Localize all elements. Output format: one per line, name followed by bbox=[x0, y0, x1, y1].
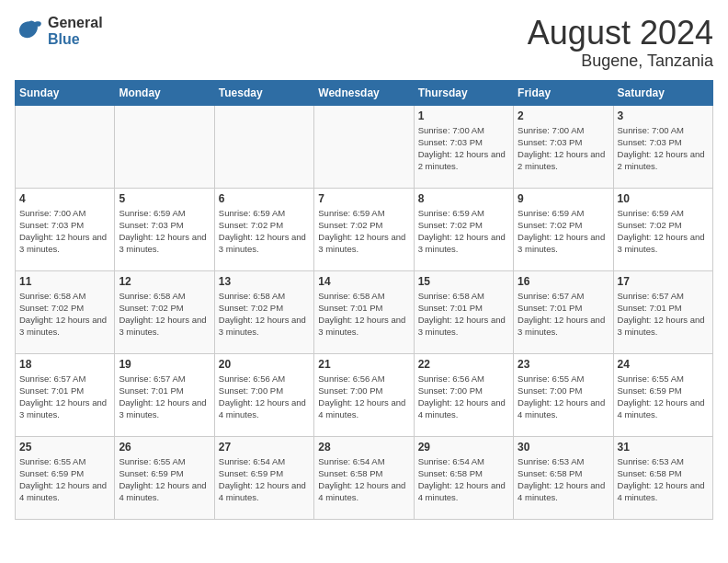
calendar-cell: 17Sunrise: 6:57 AMSunset: 7:01 PMDayligh… bbox=[613, 270, 712, 353]
day-info: Sunrise: 6:55 AMSunset: 6:59 PMDaylight:… bbox=[19, 455, 110, 504]
calendar-cell: 27Sunrise: 6:54 AMSunset: 6:59 PMDayligh… bbox=[214, 436, 313, 519]
day-number: 16 bbox=[518, 275, 609, 288]
calendar-cell: 5Sunrise: 6:59 AMSunset: 7:03 PMDaylight… bbox=[115, 188, 214, 270]
day-info: Sunrise: 6:55 AMSunset: 6:59 PMDaylight:… bbox=[618, 373, 709, 421]
weekday-header-monday: Monday bbox=[115, 80, 214, 105]
day-info: Sunrise: 6:54 AMSunset: 6:58 PMDaylight:… bbox=[418, 455, 509, 504]
day-info: Sunrise: 7:00 AMSunset: 7:03 PMDaylight:… bbox=[618, 124, 709, 173]
day-info: Sunrise: 6:58 AMSunset: 7:02 PMDaylight:… bbox=[19, 290, 110, 339]
calendar-cell: 11Sunrise: 6:58 AMSunset: 7:02 PMDayligh… bbox=[16, 270, 115, 353]
calendar-cell: 23Sunrise: 6:55 AMSunset: 7:00 PMDayligh… bbox=[514, 353, 613, 436]
day-info: Sunrise: 6:59 AMSunset: 7:02 PMDaylight:… bbox=[518, 207, 609, 256]
title-block: August 2024 Bugene, Tanzania bbox=[528, 15, 713, 71]
day-number: 20 bbox=[219, 358, 310, 371]
logo-line2: Blue bbox=[48, 31, 103, 48]
calendar-subtitle: Bugene, Tanzania bbox=[528, 52, 713, 71]
day-number: 15 bbox=[418, 275, 509, 288]
day-number: 1 bbox=[418, 109, 509, 122]
day-info: Sunrise: 6:57 AMSunset: 7:01 PMDaylight:… bbox=[618, 290, 709, 339]
calendar-cell: 20Sunrise: 6:56 AMSunset: 7:00 PMDayligh… bbox=[214, 353, 313, 436]
day-info: Sunrise: 6:58 AMSunset: 7:02 PMDaylight:… bbox=[119, 290, 210, 339]
calendar-cell: 19Sunrise: 6:57 AMSunset: 7:01 PMDayligh… bbox=[115, 353, 214, 436]
day-info: Sunrise: 7:00 AMSunset: 7:03 PMDaylight:… bbox=[518, 124, 609, 173]
day-info: Sunrise: 6:59 AMSunset: 7:03 PMDaylight:… bbox=[119, 207, 210, 256]
day-number: 17 bbox=[618, 275, 709, 288]
calendar-cell: 18Sunrise: 6:57 AMSunset: 7:01 PMDayligh… bbox=[16, 353, 115, 436]
calendar-week-3: 11Sunrise: 6:58 AMSunset: 7:02 PMDayligh… bbox=[16, 270, 713, 353]
calendar-cell bbox=[16, 105, 115, 188]
day-number: 2 bbox=[518, 109, 609, 122]
calendar-cell: 4Sunrise: 7:00 AMSunset: 7:03 PMDaylight… bbox=[16, 188, 115, 270]
day-number: 29 bbox=[418, 441, 509, 454]
day-info: Sunrise: 7:00 AMSunset: 7:03 PMDaylight:… bbox=[19, 207, 110, 256]
calendar-cell: 7Sunrise: 6:59 AMSunset: 7:02 PMDaylight… bbox=[314, 188, 414, 270]
calendar-cell: 25Sunrise: 6:55 AMSunset: 6:59 PMDayligh… bbox=[16, 436, 115, 519]
calendar-week-2: 4Sunrise: 7:00 AMSunset: 7:03 PMDaylight… bbox=[16, 188, 713, 270]
calendar-cell: 10Sunrise: 6:59 AMSunset: 7:02 PMDayligh… bbox=[613, 188, 712, 270]
calendar-cell: 13Sunrise: 6:58 AMSunset: 7:02 PMDayligh… bbox=[214, 270, 313, 353]
day-info: Sunrise: 6:58 AMSunset: 7:01 PMDaylight:… bbox=[418, 290, 509, 339]
logo-line1: General bbox=[48, 15, 103, 31]
day-info: Sunrise: 6:59 AMSunset: 7:02 PMDaylight:… bbox=[318, 207, 409, 256]
day-number: 19 bbox=[119, 358, 210, 371]
day-number: 10 bbox=[618, 192, 709, 205]
day-info: Sunrise: 6:56 AMSunset: 7:00 PMDaylight:… bbox=[318, 373, 409, 421]
calendar-cell: 16Sunrise: 6:57 AMSunset: 7:01 PMDayligh… bbox=[514, 270, 613, 353]
weekday-header-thursday: Thursday bbox=[414, 80, 513, 105]
weekday-header-friday: Friday bbox=[514, 80, 613, 105]
day-info: Sunrise: 6:53 AMSunset: 6:58 PMDaylight:… bbox=[518, 455, 609, 504]
day-number: 26 bbox=[119, 441, 210, 454]
day-number: 30 bbox=[518, 441, 609, 454]
calendar-cell: 24Sunrise: 6:55 AMSunset: 6:59 PMDayligh… bbox=[613, 353, 712, 436]
day-info: Sunrise: 6:56 AMSunset: 7:00 PMDaylight:… bbox=[418, 373, 509, 421]
calendar-cell: 28Sunrise: 6:54 AMSunset: 6:58 PMDayligh… bbox=[314, 436, 414, 519]
page-header: General Blue August 2024 Bugene, Tanzani… bbox=[15, 15, 713, 71]
day-number: 14 bbox=[318, 275, 409, 288]
day-info: Sunrise: 6:59 AMSunset: 7:02 PMDaylight:… bbox=[418, 207, 509, 256]
day-number: 18 bbox=[19, 358, 110, 371]
day-info: Sunrise: 6:58 AMSunset: 7:02 PMDaylight:… bbox=[219, 290, 310, 339]
calendar-cell: 1Sunrise: 7:00 AMSunset: 7:03 PMDaylight… bbox=[414, 105, 513, 188]
day-number: 3 bbox=[618, 109, 709, 122]
day-number: 7 bbox=[318, 192, 409, 205]
day-info: Sunrise: 6:59 AMSunset: 7:02 PMDaylight:… bbox=[618, 207, 709, 256]
day-number: 22 bbox=[418, 358, 509, 371]
day-number: 4 bbox=[19, 192, 110, 205]
calendar-cell: 29Sunrise: 6:54 AMSunset: 6:58 PMDayligh… bbox=[414, 436, 513, 519]
day-info: Sunrise: 7:00 AMSunset: 7:03 PMDaylight:… bbox=[418, 124, 509, 173]
day-info: Sunrise: 6:57 AMSunset: 7:01 PMDaylight:… bbox=[518, 290, 609, 339]
weekday-header-wednesday: Wednesday bbox=[314, 80, 414, 105]
calendar-cell: 21Sunrise: 6:56 AMSunset: 7:00 PMDayligh… bbox=[314, 353, 414, 436]
calendar-week-5: 25Sunrise: 6:55 AMSunset: 6:59 PMDayligh… bbox=[16, 436, 713, 519]
calendar-cell bbox=[115, 105, 214, 188]
calendar-cell: 22Sunrise: 6:56 AMSunset: 7:00 PMDayligh… bbox=[414, 353, 513, 436]
logo-icon bbox=[15, 17, 44, 46]
day-number: 5 bbox=[119, 192, 210, 205]
weekday-header-saturday: Saturday bbox=[613, 80, 712, 105]
calendar-cell: 14Sunrise: 6:58 AMSunset: 7:01 PMDayligh… bbox=[314, 270, 414, 353]
day-number: 11 bbox=[19, 275, 110, 288]
day-number: 25 bbox=[19, 441, 110, 454]
calendar-cell: 26Sunrise: 6:55 AMSunset: 6:59 PMDayligh… bbox=[115, 436, 214, 519]
calendar-title: August 2024 bbox=[528, 15, 713, 52]
day-number: 13 bbox=[219, 275, 310, 288]
calendar-cell: 3Sunrise: 7:00 AMSunset: 7:03 PMDaylight… bbox=[613, 105, 712, 188]
day-number: 9 bbox=[518, 192, 609, 205]
calendar-week-4: 18Sunrise: 6:57 AMSunset: 7:01 PMDayligh… bbox=[16, 353, 713, 436]
day-info: Sunrise: 6:58 AMSunset: 7:01 PMDaylight:… bbox=[318, 290, 409, 339]
day-info: Sunrise: 6:55 AMSunset: 6:59 PMDaylight:… bbox=[119, 455, 210, 504]
day-info: Sunrise: 6:59 AMSunset: 7:02 PMDaylight:… bbox=[219, 207, 310, 256]
calendar-cell bbox=[214, 105, 313, 188]
day-number: 21 bbox=[318, 358, 409, 371]
calendar-table: SundayMondayTuesdayWednesdayThursdayFrid… bbox=[15, 80, 713, 520]
day-info: Sunrise: 6:54 AMSunset: 6:59 PMDaylight:… bbox=[219, 455, 310, 504]
day-info: Sunrise: 6:56 AMSunset: 7:00 PMDaylight:… bbox=[219, 373, 310, 421]
calendar-week-1: 1Sunrise: 7:00 AMSunset: 7:03 PMDaylight… bbox=[16, 105, 713, 188]
logo: General Blue bbox=[15, 15, 103, 47]
day-number: 24 bbox=[618, 358, 709, 371]
calendar-cell: 9Sunrise: 6:59 AMSunset: 7:02 PMDaylight… bbox=[514, 188, 613, 270]
calendar-cell: 31Sunrise: 6:53 AMSunset: 6:58 PMDayligh… bbox=[613, 436, 712, 519]
calendar-cell: 8Sunrise: 6:59 AMSunset: 7:02 PMDaylight… bbox=[414, 188, 513, 270]
calendar-cell: 6Sunrise: 6:59 AMSunset: 7:02 PMDaylight… bbox=[214, 188, 313, 270]
day-info: Sunrise: 6:53 AMSunset: 6:58 PMDaylight:… bbox=[618, 455, 709, 504]
